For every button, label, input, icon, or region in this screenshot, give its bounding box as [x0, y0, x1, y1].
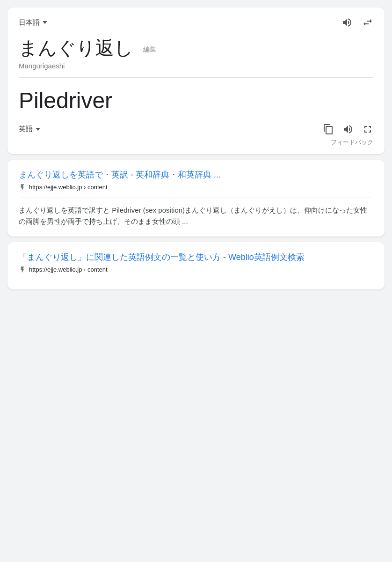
copy-icon	[323, 124, 334, 135]
fullscreen-icon	[362, 124, 373, 135]
source-lang-selector[interactable]: 日本語	[19, 18, 47, 27]
result-title-1[interactable]: まんぐり返しを英語で・英訳 - 英和辞典・和英辞典 ...	[19, 169, 373, 181]
chevron-down-icon	[43, 21, 47, 24]
search-result-1: まんぐり返しを英語で・英訳 - 英和辞典・和英辞典 ... https://ej…	[7, 160, 385, 237]
search-result-2: 「まんぐり返し」に関連した英語例文の一覧と使い方 - Weblio英語例文検索 …	[7, 242, 385, 289]
speaker-icon	[341, 17, 353, 28]
swap-languages-button[interactable]	[362, 17, 373, 28]
source-text: まんぐり返し 編集	[19, 37, 373, 59]
result-url-row-2: https://ejje.weblio.jp › content	[19, 266, 373, 274]
lightning-icon-1	[19, 184, 26, 191]
target-speaker-button[interactable]	[342, 124, 354, 135]
translate-card: 日本語	[7, 7, 385, 154]
feedback-label[interactable]: フィードバック	[331, 139, 373, 146]
result-title-2[interactable]: 「まんぐり返し」に関連した英語例文の一覧と使い方 - Weblio英語例文検索	[19, 251, 373, 263]
romanization: Mangurigaeshi	[19, 62, 373, 70]
source-lang-label: 日本語	[19, 18, 40, 27]
result-snippet-1: まんぐり返しを英語で訳すと Piledriver (sex position)ま…	[19, 205, 373, 227]
target-lang-row: 英語	[19, 124, 373, 135]
edit-label[interactable]: 編集	[143, 45, 156, 53]
copy-button[interactable]	[323, 124, 334, 135]
target-panel: Piledriver 英語	[7, 78, 385, 154]
result-url-2: https://ejje.weblio.jp › content	[29, 266, 108, 273]
swap-icon	[362, 17, 373, 28]
target-lang-label: 英語	[19, 125, 33, 133]
result-url-row-1: https://ejje.weblio.jp › content	[19, 184, 373, 191]
chevron-down-icon	[36, 128, 40, 131]
source-speaker-button[interactable]	[341, 17, 353, 28]
source-icons	[341, 17, 373, 28]
source-panel: 日本語	[7, 7, 385, 77]
speaker-icon	[342, 124, 354, 135]
lightning-icon-2	[19, 266, 26, 274]
source-lang-row: 日本語	[19, 17, 373, 28]
result-divider-1	[19, 198, 373, 198]
translated-text: Piledriver	[19, 87, 373, 114]
feedback-row: フィードバック	[19, 138, 373, 147]
target-lang-selector[interactable]: 英語	[19, 125, 40, 133]
fullscreen-button[interactable]	[362, 124, 373, 135]
source-text-content: まんぐり返し	[19, 37, 133, 58]
target-icons	[323, 124, 373, 135]
result-url-1: https://ejje.weblio.jp › content	[29, 184, 108, 191]
